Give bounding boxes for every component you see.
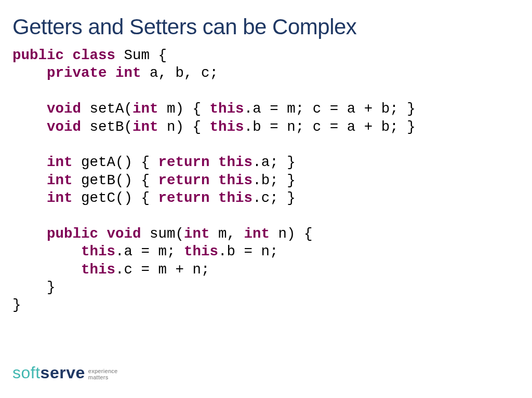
- code-token: public: [12, 226, 98, 242]
- code-token: this: [218, 172, 252, 188]
- code-token: this: [210, 101, 244, 117]
- code-token: void: [98, 226, 141, 242]
- logo-serve: serve: [41, 363, 85, 382]
- code-token: int: [184, 226, 210, 242]
- code-token: }: [12, 297, 21, 313]
- code-token: .b; }: [252, 172, 296, 188]
- code-token: return: [158, 190, 210, 206]
- code-token: int: [107, 65, 141, 81]
- code-token: .c = m + n;: [115, 262, 210, 278]
- code-token: this: [210, 119, 244, 135]
- code-token: .a = m; c = a + b; }: [244, 101, 416, 117]
- tagline-line1: experience: [88, 368, 118, 375]
- code-token: a, b, c;: [141, 65, 219, 81]
- code-token: public: [12, 47, 64, 63]
- code-token: int: [132, 101, 158, 117]
- code-token: .b = n;: [218, 243, 278, 259]
- code-token: this: [218, 154, 252, 170]
- code-token: return: [158, 172, 210, 188]
- code-token: return: [158, 154, 210, 170]
- code-token: int: [244, 226, 270, 242]
- code-token: this: [12, 262, 115, 278]
- logo-soft: soft: [12, 363, 41, 382]
- code-token: }: [12, 279, 56, 295]
- code-token: [210, 154, 219, 170]
- code-token: getB() {: [73, 172, 158, 188]
- code-token: sum(: [141, 226, 184, 242]
- code-token: [210, 172, 219, 188]
- code-token: int: [12, 190, 73, 206]
- code-token: getA() {: [73, 154, 158, 170]
- code-token: void: [12, 101, 81, 117]
- code-token: n) {: [158, 119, 210, 135]
- code-token: [210, 190, 219, 206]
- code-token: .a; }: [252, 154, 296, 170]
- footer-logo: softserve experience matters: [12, 363, 118, 382]
- code-token: setB(: [81, 119, 132, 135]
- code-token: int: [12, 154, 73, 170]
- code-token: setA(: [81, 101, 132, 117]
- tagline-line2: matters: [88, 375, 118, 381]
- logo-tagline: experience matters: [88, 365, 118, 380]
- code-token: int: [12, 172, 73, 188]
- code-token: int: [132, 119, 158, 135]
- code-token: Sum {: [115, 47, 167, 63]
- code-block: public class Sum { private int a, b, c; …: [12, 47, 520, 314]
- code-token: .b = n; c = a + b; }: [244, 119, 416, 135]
- code-token: m) {: [158, 101, 210, 117]
- code-token: n) {: [270, 226, 313, 242]
- code-token: void: [12, 119, 81, 135]
- code-token: this: [184, 243, 218, 259]
- code-token: m,: [210, 226, 244, 242]
- code-token: getC() {: [73, 190, 158, 206]
- code-token: class: [64, 47, 115, 63]
- code-token: this: [12, 243, 115, 259]
- code-token: this: [218, 190, 252, 206]
- code-token: .c; }: [252, 190, 296, 206]
- slide-title: Getters and Setters can be Complex: [12, 15, 520, 39]
- code-token: .a = m;: [115, 243, 184, 259]
- code-token: private: [12, 65, 107, 81]
